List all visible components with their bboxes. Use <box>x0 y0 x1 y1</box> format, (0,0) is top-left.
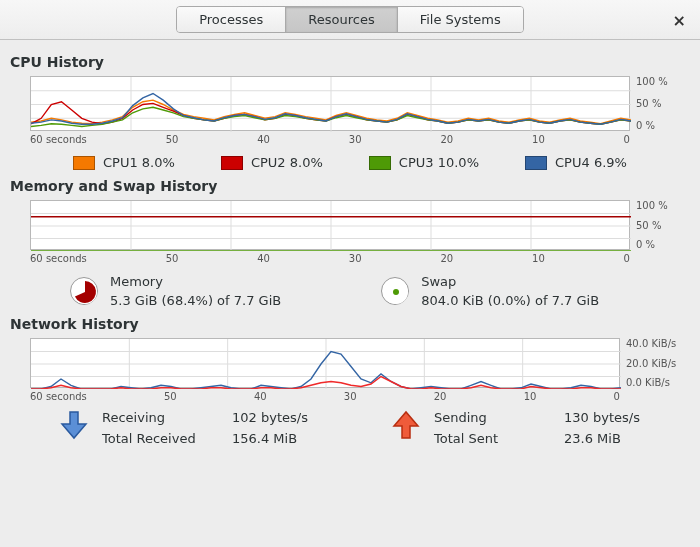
mem-history-title: Memory and Swap History <box>10 178 690 194</box>
receiving-rate: 102 bytes/s <box>232 410 332 425</box>
cpu-x-60: 60 seconds <box>30 134 87 145</box>
sending-rate: 130 bytes/s <box>564 410 664 425</box>
cpu-y-100: 100 % <box>636 76 668 87</box>
receiving-block: Receiving 102 bytes/s Total Received 156… <box>60 410 332 446</box>
tab-resources[interactable]: Resources <box>286 7 397 32</box>
svg-point-20 <box>393 289 399 295</box>
sending-block: Sending 130 bytes/s Total Sent 23.6 MiB <box>392 410 664 446</box>
swap-label: Swap <box>421 274 599 289</box>
cpu-y-50: 50 % <box>636 98 668 109</box>
swap-item[interactable]: Swap 804.0 KiB (0.0%) of 7.7 GiB <box>381 274 599 308</box>
cpu4-label: CPU4 6.9% <box>555 155 627 170</box>
legend-cpu2[interactable]: CPU2 8.0% <box>221 155 323 170</box>
memory-item[interactable]: Memory 5.3 GiB (68.4%) of 7.7 GiB <box>70 274 281 308</box>
legend-cpu4[interactable]: CPU4 6.9% <box>525 155 627 170</box>
upload-arrow-icon <box>392 410 420 440</box>
net-x-20: 20 <box>434 391 447 402</box>
cpu-chart <box>30 76 630 131</box>
cpu2-label: CPU2 8.0% <box>251 155 323 170</box>
sending-label: Sending <box>434 410 564 425</box>
cpu-x-20: 20 <box>440 134 453 145</box>
mem-x-10: 10 <box>532 253 545 264</box>
net-x-50: 50 <box>164 391 177 402</box>
memory-gauge-icon <box>70 277 98 305</box>
tab-filesystems[interactable]: File Systems <box>398 7 523 32</box>
tab-processes[interactable]: Processes <box>177 7 286 32</box>
mem-x-0: 0 <box>624 253 630 264</box>
net-y-40: 40.0 KiB/s <box>626 338 676 349</box>
cpu1-swatch <box>73 156 95 170</box>
net-x-40: 40 <box>254 391 267 402</box>
net-x-60: 60 seconds <box>30 391 87 402</box>
net-history-title: Network History <box>10 316 690 332</box>
mem-y-50: 50 % <box>636 220 668 231</box>
swap-gauge-icon <box>381 277 409 305</box>
net-x-30: 30 <box>344 391 357 402</box>
cpu3-label: CPU3 10.0% <box>399 155 479 170</box>
mem-x-40: 40 <box>257 253 270 264</box>
net-y-20: 20.0 KiB/s <box>626 358 676 369</box>
mem-x-50: 50 <box>166 253 179 264</box>
cpu-x-0: 0 <box>624 134 630 145</box>
mem-x-20: 20 <box>440 253 453 264</box>
mem-y-0: 0 % <box>636 239 668 250</box>
mem-x-30: 30 <box>349 253 362 264</box>
cpu-x-40: 40 <box>257 134 270 145</box>
content-area: CPU History 100 % 50 % 0 % 60 seconds 50… <box>0 40 700 456</box>
cpu4-swatch <box>525 156 547 170</box>
net-y-0: 0.0 KiB/s <box>626 377 676 388</box>
cpu2-swatch <box>221 156 243 170</box>
cpu-x-50: 50 <box>166 134 179 145</box>
cpu-x-10: 10 <box>532 134 545 145</box>
total-received-label: Total Received <box>102 431 232 446</box>
total-sent-label: Total Sent <box>434 431 564 446</box>
memory-label: Memory <box>110 274 281 289</box>
cpu-x-30: 30 <box>349 134 362 145</box>
legend-cpu3[interactable]: CPU3 10.0% <box>369 155 479 170</box>
mem-y-100: 100 % <box>636 200 668 211</box>
cpu1-label: CPU1 8.0% <box>103 155 175 170</box>
cpu3-swatch <box>369 156 391 170</box>
receiving-label: Receiving <box>102 410 232 425</box>
total-sent-value: 23.6 MiB <box>564 431 664 446</box>
net-x-0: 0 <box>614 391 620 402</box>
total-received-value: 156.4 MiB <box>232 431 332 446</box>
memory-value: 5.3 GiB (68.4%) of 7.7 GiB <box>110 293 281 308</box>
mem-chart <box>30 200 630 250</box>
mem-x-60: 60 seconds <box>30 253 87 264</box>
close-icon[interactable]: × <box>673 11 686 30</box>
swap-value: 804.0 KiB (0.0%) of 7.7 GiB <box>421 293 599 308</box>
view-switcher: Processes Resources File Systems <box>176 6 524 33</box>
net-x-10: 10 <box>524 391 537 402</box>
download-arrow-icon <box>60 410 88 440</box>
cpu-history-title: CPU History <box>10 54 690 70</box>
net-chart <box>30 338 620 388</box>
cpu-legend: CPU1 8.0% CPU2 8.0% CPU3 10.0% CPU4 6.9% <box>50 155 650 170</box>
legend-cpu1[interactable]: CPU1 8.0% <box>73 155 175 170</box>
titlebar: Processes Resources File Systems × <box>0 0 700 40</box>
cpu-y-0: 0 % <box>636 120 668 131</box>
